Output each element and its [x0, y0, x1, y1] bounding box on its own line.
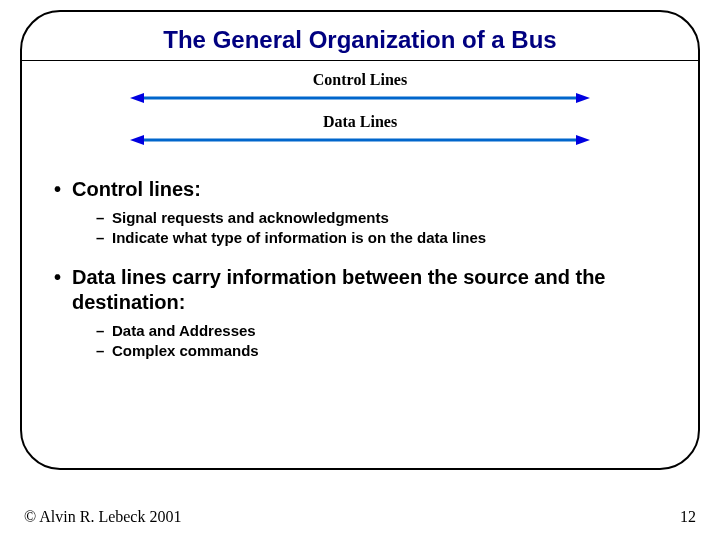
data-lines-arrow	[130, 133, 590, 147]
sub-item: Indicate what type of information is on …	[72, 228, 670, 248]
bullet-control-lines: Control lines: Signal requests and ackno…	[50, 177, 670, 249]
bus-diagram: Control Lines Data Lines	[130, 71, 590, 147]
svg-marker-1	[130, 93, 144, 103]
bullet-data-lines: Data lines carry information between the…	[50, 265, 670, 362]
sub-list: Signal requests and acknowledgments Indi…	[72, 208, 670, 249]
title-wrap: The General Organization of a Bus	[22, 26, 698, 60]
slide-title: The General Organization of a Bus	[123, 26, 596, 60]
bullet-label: Control lines:	[72, 178, 201, 200]
copyright-text: © Alvin R. Lebeck 2001	[24, 508, 181, 526]
bullet-label-prefix: Data lines	[72, 266, 166, 288]
double-arrow-icon	[130, 91, 590, 105]
control-lines-arrow	[130, 91, 590, 105]
sub-item: Signal requests and acknowledgments	[72, 208, 670, 228]
sub-item: Complex commands	[72, 341, 670, 361]
double-arrow-icon	[130, 133, 590, 147]
bullet-list: Control lines: Signal requests and ackno…	[50, 177, 670, 361]
control-lines-label: Control Lines	[130, 71, 590, 89]
slide-frame: The General Organization of a Bus Contro…	[20, 10, 700, 470]
slide-body: Control lines: Signal requests and ackno…	[22, 167, 698, 361]
title-underline	[22, 60, 698, 61]
svg-marker-5	[576, 135, 590, 145]
slide-footer: © Alvin R. Lebeck 2001 12	[24, 508, 696, 526]
svg-marker-4	[130, 135, 144, 145]
sub-list: Data and Addresses Complex commands	[72, 321, 670, 362]
data-lines-label: Data Lines	[130, 113, 590, 131]
svg-marker-2	[576, 93, 590, 103]
page-number: 12	[680, 508, 696, 526]
sub-item: Data and Addresses	[72, 321, 670, 341]
